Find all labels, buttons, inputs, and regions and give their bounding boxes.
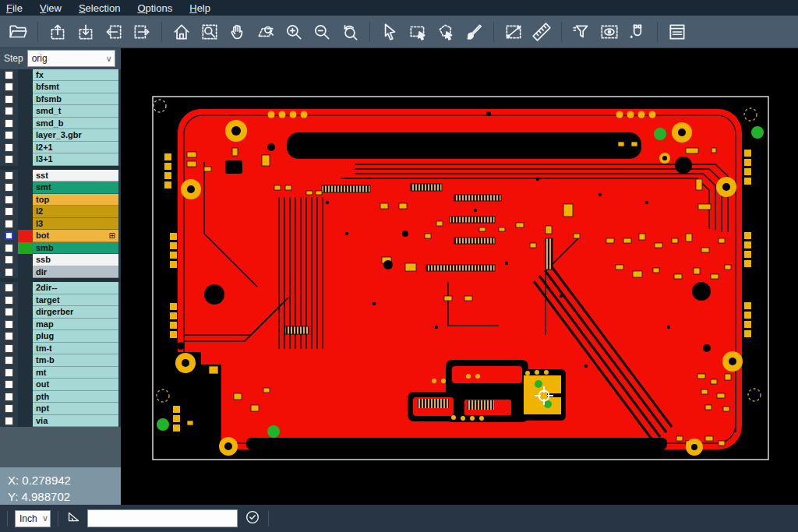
layer-checkbox[interactable] <box>5 308 13 316</box>
layer-color-swatch[interactable] <box>18 354 33 367</box>
layer-color-swatch[interactable] <box>18 266 33 279</box>
layer-name[interactable]: out <box>33 379 118 391</box>
layer-checkbox[interactable] <box>5 231 13 240</box>
layer-name[interactable]: dirgerber <box>33 306 118 319</box>
layer-color-swatch[interactable] <box>18 153 33 166</box>
layer-name[interactable]: bot⊞ <box>33 230 118 242</box>
layer-row-tm-b[interactable]: tm-b <box>0 354 121 367</box>
select-cursor-button[interactable] <box>376 19 403 44</box>
layer-row-top[interactable]: top <box>0 194 121 206</box>
layer-name[interactable]: l3+1 <box>33 153 118 166</box>
layer-checkbox[interactable] <box>5 196 13 204</box>
layer-row-layer_3.gbr[interactable]: layer_3.gbr <box>0 129 121 142</box>
layer-name[interactable]: l2+1 <box>33 142 118 154</box>
menu-help[interactable]: Help <box>189 2 210 14</box>
layer-color-swatch[interactable] <box>18 254 33 266</box>
layer-name[interactable]: fx <box>33 69 118 82</box>
select-rect-button[interactable] <box>404 19 431 44</box>
layer-checkbox[interactable] <box>5 244 13 252</box>
layer-checkbox[interactable] <box>5 95 13 104</box>
layer-name[interactable]: dir <box>33 266 118 279</box>
step-select[interactable]: orig ∨ <box>27 50 115 67</box>
layer-row-l2[interactable]: l2 <box>0 206 121 218</box>
layer-checkbox[interactable] <box>5 220 13 228</box>
layer-color-swatch[interactable] <box>18 93 33 106</box>
layer-row-target[interactable]: target <box>0 294 121 307</box>
layer-checkbox[interactable] <box>5 155 13 164</box>
select-poly-button[interactable] <box>433 19 459 44</box>
menu-options[interactable]: Options <box>137 2 172 14</box>
layer-name[interactable]: mt <box>33 367 118 379</box>
layer-color-swatch[interactable] <box>18 206 33 218</box>
layer-name[interactable]: sst <box>33 170 118 182</box>
layer-name[interactable]: tm-b <box>33 354 118 367</box>
layer-color-swatch[interactable] <box>18 403 33 415</box>
layer-color-swatch[interactable] <box>18 142 33 154</box>
layer-name[interactable]: smt <box>33 181 118 194</box>
layer-checkbox[interactable] <box>5 368 13 377</box>
layer-row-bfsmt[interactable]: bfsmt <box>0 81 121 93</box>
menu-view[interactable]: View <box>40 2 62 14</box>
layer-row-npt[interactable]: npt <box>0 403 121 415</box>
layer-checkbox[interactable] <box>5 296 13 305</box>
layer-name[interactable]: npt <box>33 403 118 415</box>
menu-file[interactable]: File <box>6 2 23 14</box>
layer-checkbox[interactable] <box>5 284 13 292</box>
layer-color-swatch[interactable] <box>18 194 33 206</box>
layer-row-l3+1[interactable]: l3+1 <box>0 153 121 166</box>
layer-row-dirgerber[interactable]: dirgerber <box>0 306 121 319</box>
layer-color-swatch[interactable] <box>18 367 33 379</box>
brush-button[interactable] <box>461 19 487 44</box>
layer-color-swatch[interactable] <box>18 181 33 194</box>
home-button[interactable] <box>168 19 195 44</box>
layer-checkbox[interactable] <box>5 119 13 128</box>
layer-name[interactable]: plug <box>33 330 118 343</box>
layer-row-bot[interactable]: bot⊞ <box>0 230 121 242</box>
layer-row-2dir--[interactable]: 2dir-- <box>0 282 121 294</box>
layer-row-pth[interactable]: pth <box>0 391 121 403</box>
layer-checkbox[interactable] <box>5 332 13 340</box>
angle-tool-icon[interactable] <box>65 509 83 529</box>
layer-row-via[interactable]: via <box>0 415 121 428</box>
layer-checkbox[interactable] <box>5 356 13 365</box>
layer-row-map[interactable]: map <box>0 319 121 331</box>
folder-open-button[interactable] <box>5 19 31 44</box>
filter-button[interactable] <box>568 19 595 44</box>
layer-name[interactable]: via <box>33 415 118 428</box>
layer-color-swatch[interactable] <box>18 415 33 428</box>
layer-row-mt[interactable]: mt <box>0 367 121 379</box>
zoom-area-button[interactable] <box>196 19 223 44</box>
layer-name[interactable]: layer_3.gbr <box>33 129 118 142</box>
layer-color-swatch[interactable] <box>18 105 33 118</box>
pcb-canvas[interactable] <box>121 48 798 505</box>
layer-checkbox[interactable] <box>5 255 13 264</box>
layers-panel-button[interactable] <box>664 19 690 44</box>
apply-icon[interactable] <box>244 509 261 529</box>
layer-color-swatch[interactable] <box>18 330 33 343</box>
layer-color-swatch[interactable] <box>18 391 33 403</box>
layer-row-l2+1[interactable]: l2+1 <box>0 142 121 154</box>
snap-magnet-button[interactable] <box>624 19 651 44</box>
layer-checkbox[interactable] <box>5 393 13 401</box>
layer-color-swatch[interactable] <box>18 294 33 307</box>
layer-name[interactable]: smd_b <box>33 118 118 130</box>
import-right-button[interactable] <box>129 19 155 44</box>
layer-checkbox[interactable] <box>5 143 13 152</box>
layer-color-swatch[interactable] <box>18 129 33 142</box>
layer-color-swatch[interactable] <box>18 170 33 182</box>
layer-color-swatch[interactable] <box>18 218 33 231</box>
layer-row-smd_b[interactable]: smd_b <box>0 118 121 130</box>
layer-row-bfsmb[interactable]: bfsmb <box>0 93 121 106</box>
command-input[interactable] <box>87 509 238 527</box>
zoom-previous-button[interactable] <box>337 19 363 44</box>
layer-name[interactable]: map <box>33 319 118 331</box>
menu-selection[interactable]: Selection <box>79 2 120 14</box>
layer-color-swatch[interactable] <box>18 319 33 331</box>
layer-name[interactable]: pth <box>33 391 118 403</box>
layer-color-swatch[interactable] <box>18 81 33 93</box>
import-down-button[interactable] <box>72 19 99 44</box>
layer-name[interactable]: smb <box>33 242 118 255</box>
layer-checkbox[interactable] <box>5 131 13 139</box>
layer-checkbox[interactable] <box>5 207 13 216</box>
layer-color-swatch[interactable] <box>18 69 33 82</box>
